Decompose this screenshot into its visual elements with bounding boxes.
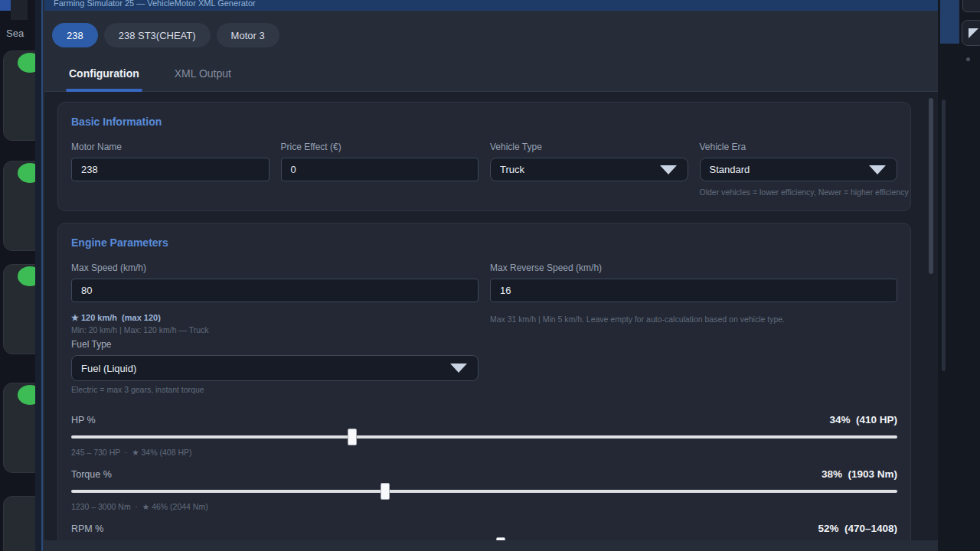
vehicle-era-value: Standard (710, 164, 750, 175)
max-reverse-speed-label: Max Reverse Speed (km/h) (490, 262, 897, 273)
chevron-down-icon (869, 165, 886, 174)
outer-scrollbar-thumb[interactable] (942, 99, 946, 371)
hp-percent-slider-row: HP % 34% (410 HP) 245 – 730 HP · ★ 34% (… (71, 414, 897, 457)
window-titlebar: Farming Simulator 25 — VehicleMotor XML … (44, 0, 938, 11)
vehicle-type-select[interactable]: Truck (490, 158, 688, 181)
vehicle-era-field-group: Vehicle Era Standard Older vehicles = lo… (700, 142, 898, 197)
motor-tab-bar: 238 238 ST3(CHEAT) Motor 3 (44, 11, 938, 58)
motor-tab-238[interactable]: 238 (52, 23, 98, 47)
slider-handle[interactable] (348, 429, 357, 445)
engine-sliders: HP % 34% (410 HP) 245 – 730 HP · ★ 34% (… (71, 414, 897, 540)
hp-percent-slider[interactable] (71, 429, 897, 445)
motor-name-label: Motor Name (71, 142, 270, 152)
motor-tab-motor-3[interactable]: Motor 3 (217, 23, 279, 47)
basic-information-title: Basic Information (71, 116, 897, 128)
price-effect-label: Price Effect (€) (281, 142, 479, 152)
active-tab-underline (66, 89, 142, 92)
fuel-type-select[interactable]: Fuel (Liquid) (71, 355, 479, 381)
vehicle-era-hint: Older vehicles = lower efficiency, Newer… (700, 187, 898, 197)
slider-handle[interactable] (496, 537, 505, 540)
vehicle-era-label: Vehicle Era (700, 142, 898, 152)
max-speed-star-hint: ★ 120 km/h (max 120) (71, 313, 479, 323)
rpm-percent-label: RPM % (71, 523, 103, 534)
vehicle-type-label: Vehicle Type (490, 142, 688, 152)
slider-track (71, 490, 897, 493)
torque-percent-slider-row: Torque % 38% (1903 Nm) 1230 – 3000 Nm · … (71, 468, 897, 511)
max-speed-input[interactable]: 80 (71, 279, 479, 302)
chevron-down-icon (660, 165, 677, 174)
background-partial-button (962, 0, 980, 12)
hp-percent-hint: 245 – 730 HP · ★ 34% (408 HP) (71, 448, 897, 457)
background-dot (966, 57, 970, 61)
motor-name-field-group: Motor Name 238 (71, 142, 270, 197)
price-effect-input[interactable]: 0 (281, 158, 479, 181)
tab-xml-output-label: XML Output (175, 67, 231, 80)
content-scrollbar-thumb[interactable] (929, 98, 933, 274)
rpm-percent-slider-row: RPM % 52% (470–1408) 550 – 2200 RPM · ★ … (71, 523, 897, 540)
engine-parameters-title: Engine Parameters (71, 236, 897, 249)
fuel-type-value: Fuel (Liquid) (81, 363, 136, 374)
max-reverse-field-group: Max Reverse Speed (km/h) 16 Max 31 km/h … (490, 262, 897, 394)
hp-percent-label: HP % (71, 415, 96, 425)
torque-percent-value: 38% (1903 Nm) (822, 468, 897, 480)
view-tab-bar: Configuration XML Output (44, 58, 938, 92)
background-tab-stub (11, 0, 28, 20)
background-search-label: Sea (6, 28, 24, 39)
tab-configuration[interactable]: Configuration (67, 66, 141, 92)
cursor-button[interactable] (962, 20, 980, 46)
rpm-percent-slider[interactable] (71, 537, 897, 540)
configuration-panel: Basic Information Motor Name 238 Price E… (44, 92, 938, 540)
motor-name-input[interactable]: 238 (71, 158, 270, 181)
max-speed-range-hint: Min: 20 km/h | Max: 120 km/h — Truck (71, 325, 479, 334)
fuel-type-label: Fuel Type (71, 339, 479, 350)
fuel-type-hint: Electric = max 3 gears, instant torque (71, 385, 479, 394)
background-blue-square (0, 0, 11, 11)
motor-tab-238-st3-cheat[interactable]: 238 ST3(CHEAT) (104, 23, 211, 47)
vehiclemotor-generator-window: Farming Simulator 25 — VehicleMotor XML … (35, 0, 938, 551)
max-speed-label: Max Speed (km/h) (71, 262, 479, 273)
torque-percent-label: Torque % (71, 469, 112, 480)
max-speed-field-group: Max Speed (km/h) 80 ★ 120 km/h (max 120)… (71, 262, 479, 394)
engine-parameters-card: Engine Parameters Max Speed (km/h) 80 ★ … (57, 223, 911, 540)
rpm-percent-value: 52% (470–1408) (818, 523, 897, 534)
window-left-edge (35, 0, 43, 551)
slider-track (71, 435, 897, 439)
vehicle-type-value: Truck (500, 164, 524, 175)
max-reverse-speed-hint: Max 31 km/h | Min 5 km/h. Leave empty fo… (490, 315, 897, 324)
slider-handle[interactable] (381, 483, 390, 500)
vehicle-era-select[interactable]: Standard (700, 158, 898, 181)
chevron-down-icon (450, 364, 467, 373)
background-blue-block (940, 0, 959, 44)
tab-xml-output[interactable]: XML Output (173, 66, 233, 92)
torque-percent-slider[interactable] (71, 483, 897, 500)
tab-configuration-label: Configuration (69, 67, 139, 80)
triangle-icon (969, 28, 978, 38)
window-title: Farming Simulator 25 — VehicleMotor XML … (44, 0, 938, 8)
basic-information-card: Basic Information Motor Name 238 Price E… (57, 102, 911, 211)
torque-percent-hint: 1230 – 3000 Nm · ★ 46% (2044 Nm) (71, 502, 897, 511)
price-effect-field-group: Price Effect (€) 0 (281, 142, 479, 197)
vehicle-type-field-group: Vehicle Type Truck (490, 142, 688, 197)
hp-percent-value: 34% (410 HP) (829, 414, 897, 425)
max-reverse-speed-input[interactable]: 16 (490, 279, 897, 302)
